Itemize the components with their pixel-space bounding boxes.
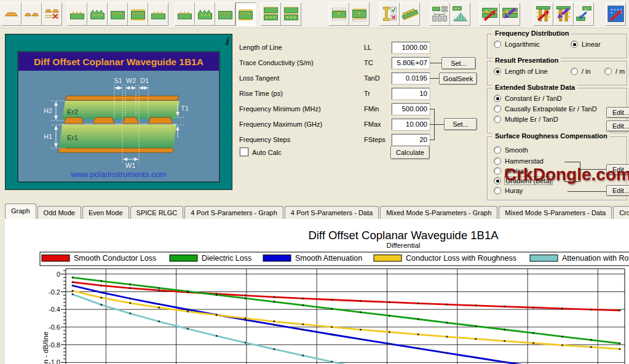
group-extended-substrate-data: Extended Substrate DataConstant Er / Tan… [487,88,627,133]
tc-set-button[interactable]: Set... [441,57,476,69]
radio-button-icon [494,116,501,123]
loss-tangent-input[interactable]: 0.0195 [392,73,430,84]
tab-mixed-mode-s-parameters-graph[interactable]: Mixed Mode S-Parameters - Graph [380,206,497,219]
radio-causally-extrapolate-er-tand[interactable]: Causally Extrapolate Er / TanD [494,105,597,113]
results-chart-panel: Diff Offset Coplanar Waveguide 1B1ADiffe… [5,219,629,364]
tab-crosstalk[interactable]: Crosstalk [613,206,629,219]
radio-label: Logarithmic [505,41,540,48]
tab-spice-rlgc[interactable]: SPICE RLGC [130,206,184,219]
edit-button-surface-roughness-compensation-2[interactable]: Edit... [606,185,629,196]
freq-set-connector [434,124,444,125]
radio-button-icon [571,41,578,48]
trap2x-icon [44,6,60,22]
toolbar-group-3 [175,2,256,26]
toolbar-button-structure-coated-microstrip-3[interactable] [148,2,168,26]
info-icon[interactable]: i [225,35,229,47]
auto-calc-checkbox[interactable] [240,148,248,156]
toolbar-button-structure-coated-coplanar-2[interactable] [195,2,215,26]
dim-h1: H1 [44,133,52,140]
radio-label: Linear [582,41,601,48]
radio-constant-er-tand[interactable]: Constant Er / TanD [494,95,562,102]
radio-m[interactable]: / m [604,68,625,75]
radio-linear[interactable]: Linear [571,41,601,48]
toolbar-button-structure-stripline-2[interactable] [349,2,370,26]
toolbar-button-structure-coupled-microstrip-ground[interactable] [42,2,62,26]
hist-icon [452,6,469,22]
tab-odd-mode[interactable]: Odd Mode [38,206,81,219]
toolbar-group-4 [261,2,301,26]
dim-s1: S1 [114,77,122,84]
toolbar-button-structure-embedded-microstrip-2[interactable] [128,2,148,26]
trace-conductivity-input[interactable]: 5.80E+07 [392,57,430,69]
toolbar-button-via-check-reverse[interactable] [553,2,574,26]
frequency-set-button[interactable]: Set... [444,118,477,130]
trace-conductivity-label: Trace Conductivity (S/m) [239,59,314,66]
toolbar-button-structure-stripline-1[interactable] [329,2,349,26]
radio-logarithmic[interactable]: Logarithmic [494,41,540,48]
toolbar-button-structure-surface-microstrip[interactable] [1,2,22,26]
svg-text:Attenuation with Roughness: Attenuation with Roughness [562,254,629,263]
radio-button-icon [494,68,501,75]
tab-4-port-s-parameters-graph[interactable]: 4 Port S-Parameters - Graph [184,206,283,219]
shieldB-icon [351,6,368,22]
rise-time-input[interactable]: 10 [392,88,430,100]
toolbar-button-network-analysis[interactable] [606,2,626,26]
frequency-steps-label: Frequency Steps [239,136,290,143]
toolbar-button-structure-broadside-coupled-2[interactable] [281,2,301,26]
cop3d-icon [402,6,418,22]
toolbar-button-structure-offset-coplanar-active[interactable] [235,2,256,26]
radio-length-of-line[interactable]: Length of Line [494,68,548,75]
trace-conductivity-symbol: TC [364,59,373,66]
toolbar-button-frequency-analysis[interactable] [450,2,470,26]
structure-toolbar [0,0,629,28]
toolbar-button-structure-validate[interactable] [379,2,400,26]
toolbar-button-structure-3d-view[interactable] [400,2,420,26]
toolbar-button-structure-coated-microstrip-2[interactable] [87,2,108,26]
tab-mixed-mode-s-parameters-data[interactable]: Mixed Mode S-Parameters - Data [499,206,612,219]
edit-button-extended-substrate-data-2[interactable]: Edit... [606,121,629,132]
frequency-steps-input[interactable]: 20 [392,134,430,146]
radio-label: Hammerstad [505,157,544,165]
legend-item-conductor-loss-with-roughness: Conductor Loss with Roughness [374,254,516,263]
viaR-icon [535,6,552,22]
toolbar-button-structure-embedded-coplanar[interactable] [215,2,235,26]
toolbar-button-goal-seek-forward[interactable] [480,2,500,26]
length-of-line-input[interactable]: 1000.00 [392,42,430,53]
toolbar-button-structure-coated-microstrip-1[interactable] [67,2,87,26]
y-tick-label: -0.4 [49,306,60,313]
results-tabs: GraphOdd ModeEven ModeSPICE RLGC4 Port S… [5,204,629,219]
calculate-button[interactable]: Calculate [390,146,430,159]
edit-button-extended-substrate-data-1[interactable]: Edit... [606,107,629,118]
radio-button-icon [494,177,501,184]
radio-in[interactable]: / in [571,68,591,75]
radio-label: / in [582,68,591,75]
frequency-maximum-input[interactable]: 10.000 [392,119,430,130]
goalseek-button[interactable]: GoalSeek [439,73,477,85]
toolbar-button-structure-broadside-coupled-1[interactable] [261,2,281,26]
tab-even-mode[interactable]: Even Mode [82,206,129,219]
gmE-icon [109,6,126,22]
radio-hammerstad[interactable]: Hammerstad [494,157,544,165]
toolbar-group-2 [67,2,168,26]
toolbar-button-goal-seek-reverse[interactable] [500,2,520,26]
toolbar-button-project-structures[interactable] [430,2,450,26]
dim-h2: H2 [44,107,52,114]
tab-graph[interactable]: Graph [5,204,36,219]
toolbar-button-via-check-forward[interactable] [533,2,553,26]
toolbar-button-structure-coupled-microstrip[interactable] [22,2,42,26]
radio-button-icon [494,95,501,102]
svg-text:Conductor Loss with Roughness: Conductor Loss with Roughness [406,254,516,263]
group-title-frequency-distribution: Frequency Distribution [493,30,571,37]
connector-line-5 [568,191,606,192]
rise-time-symbol: Tr [364,90,370,97]
toolbar-button-copy-structure[interactable] [574,2,594,26]
toolbar-button-structure-embedded-microstrip-1[interactable] [108,2,128,26]
tab-4-port-s-parameters-data[interactable]: 4 Port S-Parameters - Data [285,206,379,219]
label-er1: Er1 [67,134,78,141]
hier-icon [432,6,448,22]
radio-multiple-er-tand[interactable]: Multiple Er / TanD [494,116,558,123]
radio-huray[interactable]: Huray [494,187,523,194]
toolbar-button-structure-coated-coplanar-1[interactable] [175,2,195,26]
radio-smooth[interactable]: Smooth [494,146,528,154]
frequency-minimum-input[interactable]: 500.000 [392,103,430,115]
